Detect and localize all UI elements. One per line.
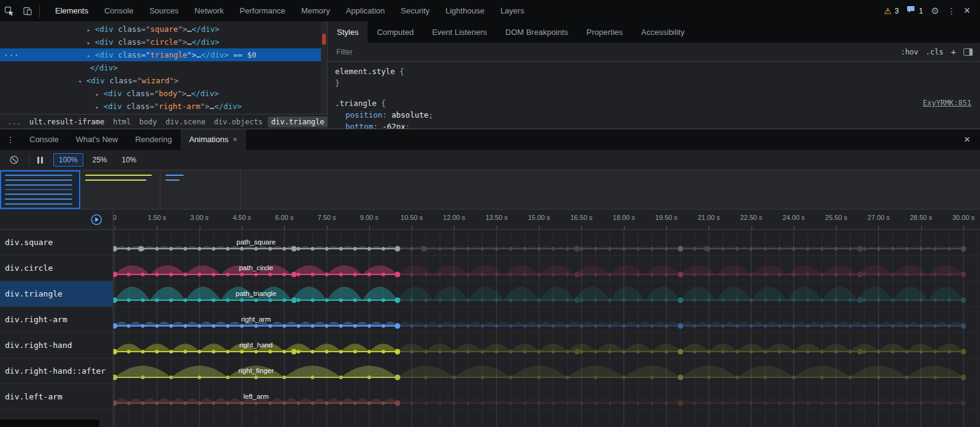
expand-arrow-icon[interactable]: ▸ (96, 88, 104, 101)
stylesheet-link[interactable]: ExyYRMK:851 (923, 97, 971, 109)
warning-count: 3 (895, 7, 899, 15)
error-scroll-marker (322, 34, 326, 45)
styles-tab-event-listeners[interactable]: Event Listeners (423, 21, 496, 43)
inspect-element-icon[interactable] (0, 2, 18, 20)
playback-rate-25[interactable]: 25% (87, 153, 113, 167)
animation-node-div-circle[interactable]: div.circle (0, 255, 113, 281)
breadcrumb-body[interactable]: body (135, 116, 160, 127)
new-style-rule-button[interactable]: + (951, 47, 956, 57)
animations-timeline: 01.50 s3.00 s4.50 s6.00 s7.50 s9.00 s10.… (0, 210, 980, 427)
dom-node[interactable]: ▸<div class="square">…</div> (0, 23, 327, 36)
close-devtools-icon[interactable]: × (963, 4, 970, 17)
elements-scrollbar[interactable] (321, 21, 327, 114)
drawer-tab-animations[interactable]: Animations× (181, 129, 246, 150)
ruler-time-label: 16.50 s (570, 214, 592, 221)
main-tab-lighthouse[interactable]: Lighthouse (437, 0, 492, 21)
breadcrumb-div-triangle[interactable]: div.triangle (268, 116, 327, 127)
expand-arrow-icon[interactable]: ▾ (78, 75, 86, 88)
timeline-grid[interactable]: path_squarepath_circlepath_triangleright… (113, 230, 980, 427)
breadcrumb-div-scene[interactable]: div.scene (162, 116, 209, 127)
drawer-tab-what-s-new[interactable]: What's New (67, 129, 127, 150)
issues-icon[interactable] (907, 6, 916, 17)
timeline-tracks[interactable]: path_squarepath_circlepath_triangleright… (113, 230, 980, 427)
sidebar-toggle-icon[interactable] (963, 48, 973, 56)
main-tab-security[interactable]: Security (393, 0, 437, 21)
main-tab-layers[interactable]: Layers (492, 0, 532, 21)
close-drawer-icon[interactable]: × (954, 134, 980, 146)
preview-line (5, 189, 72, 191)
code-token: =" (132, 76, 141, 85)
playback-rate-10[interactable]: 10% (116, 153, 142, 167)
dom-node[interactable]: </div> (0, 61, 327, 74)
expand-arrow-icon[interactable]: ▸ (96, 101, 104, 114)
expand-arrow-icon[interactable]: ▸ (87, 24, 95, 37)
dom-node[interactable]: ▾<div class="wizard"> (0, 74, 327, 87)
css-property[interactable]: bottom: -62px; (335, 121, 971, 129)
code-token: … (197, 50, 202, 59)
warnings-icon[interactable]: ⚠ (884, 6, 892, 16)
main-tab-memory[interactable]: Memory (293, 0, 338, 21)
settings-gear-icon[interactable]: ⚙ (931, 6, 939, 17)
styles-filter-input[interactable] (335, 47, 893, 57)
playback-rate-100[interactable]: 100% (53, 153, 83, 167)
code-token: <div (86, 76, 105, 85)
dom-node[interactable]: ▸<div class="body">…</div> (0, 87, 327, 100)
ruler-tick (666, 226, 667, 229)
expand-arrow-icon[interactable]: ▸ (87, 37, 95, 50)
clear-all-icon[interactable] (5, 151, 23, 168)
animation-group-preview[interactable] (160, 170, 241, 209)
styles-tab-dom-breakpoints[interactable]: DOM Breakpoints (496, 21, 578, 43)
ruler-tick (284, 226, 285, 229)
main-tab-elements[interactable]: Elements (47, 0, 96, 21)
css-property[interactable]: position: absolute; (335, 109, 971, 121)
ruler-tick (836, 226, 837, 229)
close-tab-icon[interactable]: × (233, 129, 238, 150)
rule-selector[interactable]: .triangle {ExyYRMK:851 (335, 97, 971, 109)
ruler-tick (921, 226, 922, 229)
dom-node[interactable]: ▸<div class="circle">…</div> (0, 36, 327, 48)
property-value: -62px (382, 122, 405, 129)
drawer-tab-rendering[interactable]: Rendering (127, 129, 181, 150)
replay-icon[interactable] (91, 214, 102, 228)
breadcrumb-html[interactable]: html (110, 116, 135, 127)
animation-node-div-square[interactable]: div.square (0, 230, 113, 255)
preview-line (5, 175, 72, 176)
pause-icon[interactable] (35, 157, 45, 164)
toggle-class-button[interactable]: .cls (925, 48, 943, 56)
animation-group-preview[interactable] (80, 170, 160, 209)
main-tab-network[interactable]: Network (187, 0, 232, 21)
animation-node-div-right-hand[interactable]: div.right-hand (0, 333, 113, 358)
main-tab-console[interactable]: Console (96, 0, 141, 21)
animation-group-preview[interactable] (0, 170, 80, 209)
drawer-tab-console[interactable]: Console (21, 129, 67, 150)
styles-tab-styles[interactable]: Styles (328, 21, 368, 43)
drawer-menu-icon[interactable]: ⋮ (0, 135, 21, 145)
dom-node-selected[interactable]: ···▸<div class="triangle">…</div> == $0 (0, 48, 327, 61)
more-options-icon[interactable]: ⋮ (947, 6, 956, 16)
animation-node-div-left-arm[interactable]: div.left-arm (0, 384, 113, 410)
toolbar-divider (29, 155, 29, 165)
styles-tab-accessibility[interactable]: Accessibility (632, 21, 694, 43)
animation-node-div-right-arm[interactable]: div.right-arm (0, 307, 113, 333)
breadcrumb-div-objects[interactable]: div.objects (210, 116, 266, 127)
code-token: =" (141, 37, 150, 47)
device-toolbar-icon[interactable] (18, 2, 37, 20)
animation-previews (0, 170, 980, 210)
dom-node[interactable]: ▸<div class="right-arm">…</div> (0, 100, 327, 113)
breadcrumb-[interactable]: ... (4, 116, 24, 127)
rule-selector[interactable]: element.style { (335, 66, 971, 77)
horizontal-scrollbar[interactable] (0, 420, 99, 427)
animation-node-div-triangle[interactable]: div.triangle (0, 281, 113, 307)
main-tab-sources[interactable]: Sources (141, 0, 187, 21)
breadcrumb-ult-result-iframe[interactable]: ult.result-iframe (26, 116, 108, 127)
main-tab-performance[interactable]: Performance (232, 0, 293, 21)
timeline-ruler[interactable]: 01.50 s3.00 s4.50 s6.00 s7.50 s9.00 s10.… (113, 210, 980, 229)
expand-arrow-icon[interactable]: ▸ (87, 50, 95, 62)
dom-tree: ▸<div class="square">…</div>▸<div class=… (0, 21, 327, 114)
code-token: </div> (192, 37, 219, 47)
animation-node-div-right-hand-after[interactable]: div.right-hand::after (0, 358, 113, 384)
toggle-hover-state-button[interactable]: :hov (900, 48, 918, 56)
main-tab-application[interactable]: Application (338, 0, 393, 21)
styles-tab-properties[interactable]: Properties (578, 21, 632, 43)
styles-tab-computed[interactable]: Computed (368, 21, 423, 43)
